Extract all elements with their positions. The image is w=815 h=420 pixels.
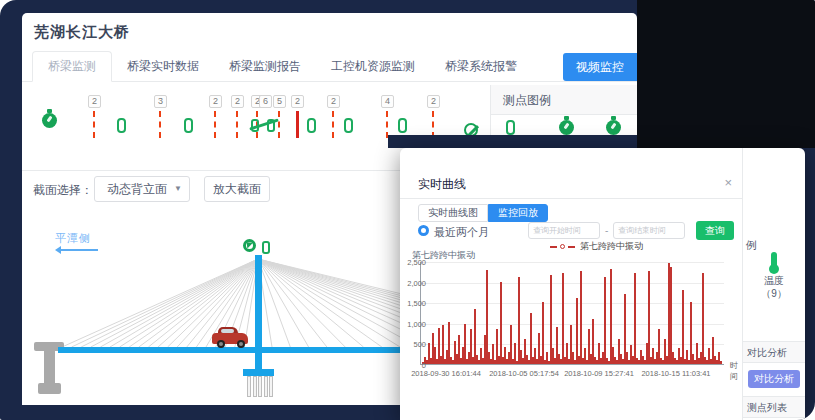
gauge-icon[interactable] xyxy=(559,120,574,135)
car-wheel xyxy=(217,340,225,348)
sensor-line xyxy=(93,111,95,138)
bridge-pier xyxy=(38,383,61,394)
background-band xyxy=(388,135,637,148)
tower-gauge-icon[interactable] xyxy=(243,239,256,252)
dialog-tab-1[interactable]: 实时曲线图 xyxy=(418,204,488,222)
y-tick-label: 500 xyxy=(402,340,426,349)
chart-legend[interactable]: 第七跨跨中振动 xyxy=(550,240,643,253)
link-icon[interactable] xyxy=(307,118,316,133)
sensor-count-badge: 2 xyxy=(88,95,101,108)
x-axis-name: 时间 xyxy=(730,360,742,382)
y-tick-label: 1,500 xyxy=(402,299,426,308)
sensor-line xyxy=(236,111,238,138)
sensor-count-badge: 2 xyxy=(291,95,304,108)
dialog-title: 实时曲线 xyxy=(418,176,466,193)
legend-label: 第七跨跨中振动 xyxy=(580,240,643,253)
x-tick-label: 2018-09-30 16:01:44 xyxy=(411,369,481,378)
sensor-line xyxy=(296,111,299,138)
legend-line xyxy=(550,246,557,248)
y-tick-label: 2,000 xyxy=(402,279,426,288)
chart-bar xyxy=(682,290,684,364)
sensor-count-badge: 3 xyxy=(154,95,167,108)
legend-marker-icon xyxy=(560,244,565,249)
bridge-side-label: 平潭侧 xyxy=(55,231,91,246)
start-time-input[interactable] xyxy=(528,222,600,239)
chart-bar xyxy=(542,302,544,364)
chart-bar xyxy=(634,273,636,364)
enlarge-section-button[interactable]: 放大截面 xyxy=(204,176,270,202)
chart-bar xyxy=(604,277,606,364)
detail-window: 实时曲线 × 实时曲线图监控回放 最近两个月 - 查询 第七跨跨中振动 第七跨跨… xyxy=(400,148,805,420)
chart-bar xyxy=(670,267,672,364)
tab-3[interactable]: 桥梁监测报告 xyxy=(214,52,316,81)
bridge-pile xyxy=(258,376,262,397)
sensor-count-badge: 2 xyxy=(327,95,340,108)
range-separator: - xyxy=(605,225,608,236)
sensor-line xyxy=(278,111,280,138)
legend-line xyxy=(568,246,575,248)
x-tick-label: 2018-10-09 15:27:41 xyxy=(564,369,634,378)
app-background: 芜湖长江大桥 桥梁监测桥梁实时数据桥梁监测报告工控机资源监测桥梁系统报警 视频监… xyxy=(0,0,815,420)
chart-bars xyxy=(422,262,724,364)
divider xyxy=(400,198,742,199)
y-tick-label: 1,000 xyxy=(402,320,426,329)
car-wheel xyxy=(237,340,245,348)
sensor-line xyxy=(432,111,434,138)
tower-link-icon[interactable] xyxy=(262,241,270,254)
gauge-icon[interactable] xyxy=(42,113,57,128)
bridge-pile xyxy=(247,376,251,397)
dialog-tabbar: 实时曲线图监控回放 xyxy=(418,204,548,222)
link-icon[interactable] xyxy=(398,118,407,133)
thermometer-icon[interactable] xyxy=(771,252,777,268)
sensor-line xyxy=(159,111,161,138)
link-icon[interactable] xyxy=(506,120,515,135)
bridge-pile xyxy=(264,376,268,397)
left-arrow-icon xyxy=(58,249,98,251)
page-title: 芜湖长江大桥 xyxy=(34,23,130,42)
x-tick-label: 2018-10-15 11:03:41 xyxy=(641,369,710,378)
tab-5[interactable]: 桥梁系统报警 xyxy=(430,52,532,81)
realtime-curve-dialog: 实时曲线 × 实时曲线图监控回放 最近两个月 - 查询 第七跨跨中振动 第七跨跨… xyxy=(400,148,743,420)
link-icon[interactable] xyxy=(344,118,353,133)
tab-2[interactable]: 桥梁实时数据 xyxy=(112,52,214,81)
chart-bar xyxy=(576,298,578,364)
temperature-count: （9） xyxy=(743,287,805,301)
chart-plot-area xyxy=(420,262,724,365)
tab-4[interactable]: 工控机资源监测 xyxy=(316,52,430,81)
query-button[interactable]: 查询 xyxy=(696,221,734,240)
sensor-line xyxy=(386,111,388,138)
y-tick-label: 2,500 xyxy=(402,258,426,267)
sensor-line xyxy=(332,111,334,138)
chart-bar xyxy=(648,271,650,364)
detail-sidebar: 例 温度 （9） 对比分析 对比分析 测点列表 xyxy=(743,148,805,420)
chart-bar xyxy=(720,361,722,364)
bridge-pier xyxy=(44,351,55,385)
chevron-down-icon: ▼ xyxy=(174,177,182,201)
section-select-label: 截面选择： xyxy=(33,182,93,199)
dialog-tab-2[interactable]: 监控回放 xyxy=(488,204,548,222)
sensor-count-badge: 2 xyxy=(231,95,244,108)
bridge-pile-cap xyxy=(243,369,274,376)
section-select[interactable]: 动态背立面 ▼ xyxy=(94,176,190,202)
end-time-input[interactable] xyxy=(613,222,685,239)
gauge-icon[interactable] xyxy=(606,120,621,135)
chart-bar xyxy=(702,273,704,364)
last-two-months-radio[interactable] xyxy=(418,225,429,236)
chart-bar xyxy=(500,282,502,364)
temperature-label: 温度 xyxy=(743,274,805,288)
link-icon[interactable] xyxy=(184,118,193,133)
sidebar-header-fragment: 例 xyxy=(746,238,757,253)
bridge-tower xyxy=(255,255,262,371)
chart-bar xyxy=(486,270,488,364)
x-tick-label: 2018-10-05 05:17:54 xyxy=(489,369,559,378)
compare-analysis-button[interactable]: 对比分析 xyxy=(748,370,800,388)
link-icon[interactable] xyxy=(117,118,126,133)
close-icon[interactable]: × xyxy=(724,175,732,190)
video-monitor-button[interactable]: 视频监控 xyxy=(563,53,637,81)
sensor-count-badge: 2 xyxy=(427,95,440,108)
bridge-pile xyxy=(253,376,257,397)
bridge-icon[interactable] xyxy=(251,119,277,134)
tab-1[interactable]: 桥梁监测 xyxy=(32,51,112,82)
sensor-count-badge: 2 xyxy=(209,95,222,108)
chart-bar xyxy=(562,273,564,364)
